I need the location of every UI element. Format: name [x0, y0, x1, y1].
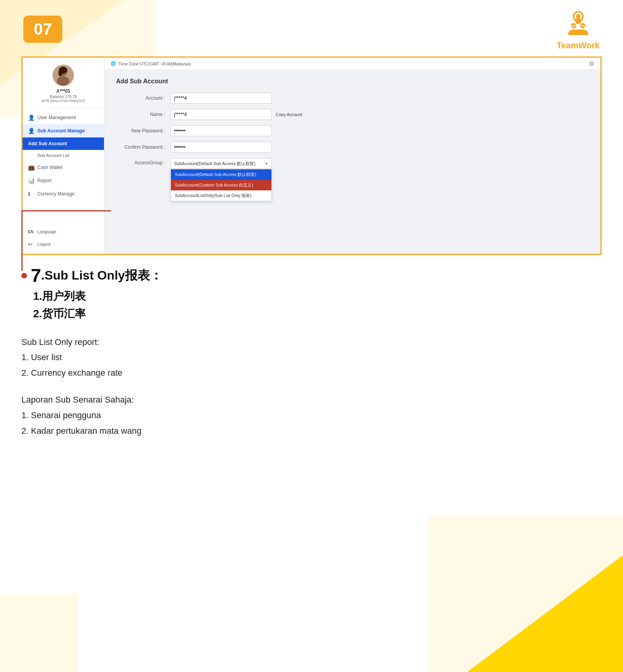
sidebar-bottom: EN Language ↩ Logout: [23, 222, 104, 254]
dropdown-menu: SubAccount(Default Sub Access 默认权限) SubA…: [171, 169, 272, 201]
dropdown-option-list-only[interactable]: SubAccountListOnly(Sub List Only 报表): [171, 190, 271, 201]
dropdown-option-custom[interactable]: SubAccount(Custom Sub Access 自定义): [171, 180, 271, 190]
menu-label-user-management: User Management: [37, 115, 76, 120]
avatar: [53, 65, 74, 86]
profile-name: A***01: [56, 88, 70, 94]
red-horizontal-line: [21, 210, 111, 211]
sidebar-item-language[interactable]: EN Language: [23, 226, 104, 237]
title-number: 7: [31, 265, 41, 286]
bg-bottom-right-triangle: [467, 555, 623, 672]
menu-label-currency-manage: Currency Manage: [37, 191, 74, 197]
main-title-row: 7 .Sub List Only报表：: [21, 265, 602, 286]
topbar: 🌐 Time Zone:UTC/GMT +8:00(Malaysia) ⚙: [104, 58, 600, 70]
step-badge: 07: [23, 16, 62, 43]
dropdown-display[interactable]: SubAccount(Default Sub Access 默认权限) ▼: [171, 158, 272, 169]
english-item-1: 1. User list: [21, 350, 602, 365]
malay-item-1: 1. Senarai pengguna: [21, 408, 602, 423]
menu-label-sub-account-manage: Sub Account Manage: [37, 128, 85, 134]
form-title: Add Sub Account: [116, 78, 589, 85]
menu-label-cash-wallet: Cash Wallet: [37, 165, 62, 170]
new-password-label: New Password :: [116, 128, 171, 134]
sidebar-profile: A***01 Balance:178.78 MYR (MALAYSIA RING…: [23, 58, 104, 108]
sub-item-2: 2.货币汇率: [33, 305, 602, 323]
chevron-down-icon: ▼: [264, 162, 268, 166]
name-input[interactable]: [171, 109, 272, 120]
access-group-label: AccessGroup :: [116, 158, 171, 165]
sidebar-item-sub-account-list[interactable]: Sub Account List: [23, 150, 104, 161]
malay-item-2: 2. Kadar pertukaran mata wang: [21, 423, 602, 439]
menu-label-sub-account-list: Sub Account List: [37, 153, 69, 158]
name-field-group: Copy Account: [171, 109, 302, 120]
sidebar-item-sub-account-manage[interactable]: 👤 Sub Account Manage: [23, 124, 104, 137]
confirm-password-label: Confirm Password :: [116, 144, 171, 150]
wallet-icon: 💼: [28, 164, 34, 171]
sidebar-item-add-sub-account[interactable]: Add Sub Account: [23, 137, 104, 150]
account-label: Account :: [116, 95, 171, 101]
svg-point-9: [57, 76, 69, 86]
screenshot-container: A***01 Balance:178.78 MYR (MALAYSIA RING…: [21, 56, 602, 255]
report-icon: 📊: [28, 178, 34, 184]
name-label: Name :: [116, 112, 171, 117]
malay-title: Laporan Sub Senarai Sahaja:: [21, 392, 602, 408]
logout-icon: ↩: [28, 241, 34, 247]
english-item-2: 2. Currency exchange rate: [21, 365, 602, 381]
timezone-text: Time Zone:UTC/GMT +8:00(Malaysia): [118, 62, 191, 66]
form-area: Add Sub Account Account : Name : Copy Ac…: [104, 70, 600, 254]
dropdown-current-value: SubAccount(Default Sub Access 默认权限): [174, 161, 255, 167]
info-icon: ℹ: [28, 191, 34, 197]
sidebar-item-cash-wallet[interactable]: 💼 Cash Wallet: [23, 161, 104, 174]
gear-icon[interactable]: ⚙: [589, 60, 594, 67]
dropdown-option-default[interactable]: SubAccount(Default Sub Access 默认权限): [171, 169, 271, 180]
menu-label-add-sub-account: Add Sub Account: [28, 141, 67, 146]
bullet-dot: [21, 273, 27, 278]
step-number: 07: [34, 20, 52, 39]
profile-currency: MYR (MALAYSIA RINGGIT): [41, 99, 85, 103]
svg-point-5: [575, 18, 581, 24]
user-icon: 👤: [28, 114, 34, 121]
sub-item-1: 1.用户列表: [33, 288, 602, 305]
account-input[interactable]: [171, 93, 272, 104]
malay-block: Laporan Sub Senarai Sahaja: 1. Senarai p…: [21, 392, 602, 438]
form-row-account: Account :: [116, 93, 589, 104]
sub-items: 1.用户列表 2.货币汇率: [33, 288, 602, 323]
description-section: 7 .Sub List Only报表： 1.用户列表 2.货币汇率 Sub Li…: [21, 265, 602, 450]
sub-account-icon: 👤: [28, 128, 34, 134]
form-row-confirm-password: Confirm Password :: [116, 142, 589, 153]
logo-area: TeamWork: [557, 8, 600, 51]
sidebar-menu: 👤 User Management 👤 Sub Account Manage A…: [23, 108, 104, 222]
form-row-access-group: AccessGroup : SubAccount(Default Sub Acc…: [116, 158, 589, 169]
english-block: Sub List Only report: 1. User list 2. Cu…: [21, 334, 602, 381]
svg-point-11: [58, 70, 62, 76]
confirm-password-input[interactable]: [171, 142, 272, 153]
sidebar-item-logout[interactable]: ↩ Logout: [23, 237, 104, 251]
main-content: 🌐 Time Zone:UTC/GMT +8:00(Malaysia) ⚙ Ad…: [104, 58, 600, 254]
sidebar-item-report[interactable]: 📊 Report: [23, 174, 104, 187]
globe-icon: 🌐: [111, 61, 116, 66]
title-text: .Sub List Only报表：: [41, 267, 162, 284]
menu-label-logout: Logout: [37, 242, 51, 246]
english-title: Sub List Only report:: [21, 334, 602, 350]
bg-bottom-left: [0, 594, 78, 672]
red-vertical-line: [21, 210, 23, 271]
profile-balance: Balance:178.78: [50, 95, 77, 99]
teamwork-logo-icon: [563, 8, 594, 39]
sidebar: A***01 Balance:178.78 MYR (MALAYSIA RING…: [23, 58, 104, 254]
menu-label-language: Language: [37, 229, 56, 234]
access-group-dropdown[interactable]: SubAccount(Default Sub Access 默认权限) ▼ Su…: [171, 158, 272, 169]
menu-label-report: Report: [37, 178, 51, 183]
form-row-new-password: New Password :: [116, 125, 589, 136]
form-row-name: Name : Copy Account: [116, 109, 589, 120]
sidebar-item-user-management[interactable]: 👤 User Management: [23, 111, 104, 124]
copy-account-button[interactable]: Copy Account: [276, 112, 302, 117]
language-icon: EN: [28, 230, 34, 234]
logo-text: TeamWork: [557, 40, 600, 51]
new-password-input[interactable]: [171, 125, 272, 136]
topbar-timezone: 🌐 Time Zone:UTC/GMT +8:00(Malaysia): [111, 61, 191, 66]
sidebar-item-currency-manage[interactable]: ℹ Currency Manage: [23, 187, 104, 201]
